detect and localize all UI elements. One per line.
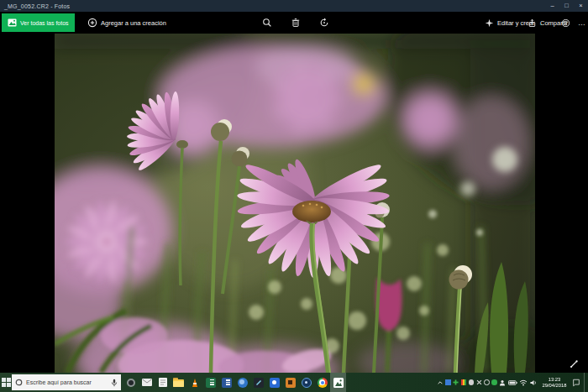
share-icon xyxy=(528,18,537,28)
microphone-icon[interactable] xyxy=(111,379,118,387)
photo-stage xyxy=(0,34,588,373)
taskbar-app-round-blue-icon[interactable] xyxy=(298,373,314,392)
view-all-photos-label: Ver todas las fotos xyxy=(20,20,69,26)
show-desktop-button[interactable] xyxy=(584,373,586,392)
tray-gray-circle-icon[interactable] xyxy=(469,379,475,385)
add-to-creation-label: Agregar a una creación xyxy=(101,19,166,27)
edit-sparkle-icon xyxy=(485,18,494,28)
network-wifi-icon[interactable] xyxy=(519,379,528,386)
screen: _MG_0052.CR2 - Fotos – □ × Ver todas las… xyxy=(0,0,588,392)
close-button[interactable]: × xyxy=(574,0,588,12)
zoom-button[interactable] xyxy=(262,12,272,34)
delete-button[interactable] xyxy=(291,12,301,34)
cortana-ring-icon xyxy=(15,379,23,386)
tray-multicolor-app-icon[interactable] xyxy=(461,379,467,385)
taskbar-app-photos-icon[interactable] xyxy=(330,373,346,392)
taskbar-app-orange-square-icon[interactable] xyxy=(282,373,298,392)
taskbar-search-input[interactable] xyxy=(26,379,108,385)
taskbar-app-dark-square-icon[interactable] xyxy=(250,373,266,392)
rotate-button[interactable] xyxy=(319,12,329,34)
start-button[interactable] xyxy=(0,373,13,392)
magnifier-icon xyxy=(262,18,272,28)
system-tray: 13:23 29/04/2018 xyxy=(437,373,588,392)
volume-icon[interactable] xyxy=(530,379,538,386)
photo-image[interactable] xyxy=(55,34,535,373)
print-button[interactable] xyxy=(561,12,570,34)
taskbar-clock[interactable]: 13:23 29/04/2018 xyxy=(539,377,570,389)
windows-logo-icon xyxy=(2,378,11,387)
battery-icon[interactable] xyxy=(508,379,517,386)
window-title: _MG_0052.CR2 - Fotos xyxy=(0,3,545,9)
taskbar-app-excel-icon[interactable] xyxy=(202,373,218,392)
tray-green-plus-icon[interactable] xyxy=(453,379,459,385)
taskbar-search[interactable] xyxy=(12,374,121,390)
clock-time: 13:23 xyxy=(539,377,570,383)
print-icon xyxy=(561,18,570,28)
maximize-button[interactable]: □ xyxy=(559,0,574,12)
taskbar-app-mail-icon[interactable] xyxy=(139,373,155,392)
tray-x-app-icon[interactable] xyxy=(476,379,482,385)
ellipsis-icon: … xyxy=(578,18,586,27)
add-to-creation-button[interactable]: Agregar a una creación xyxy=(87,12,166,34)
titlebar: _MG_0052.CR2 - Fotos – □ × xyxy=(0,0,588,12)
tray-person-icon[interactable] xyxy=(499,379,506,386)
tray-white-circle-icon[interactable] xyxy=(484,379,490,385)
taskbar: 13:23 29/04/2018 xyxy=(0,373,588,392)
clock-date: 29/04/2018 xyxy=(539,383,570,389)
rotate-icon xyxy=(319,18,329,28)
view-all-photos-button[interactable]: Ver todas las fotos xyxy=(2,13,75,32)
trash-icon xyxy=(291,18,301,28)
taskbar-app-lens-circle-icon[interactable] xyxy=(123,373,139,392)
taskbar-app-blue-circle-icon[interactable] xyxy=(234,373,250,392)
action-center-icon[interactable] xyxy=(572,379,580,387)
taskbar-apps xyxy=(123,373,346,392)
tray-green-circle-icon[interactable] xyxy=(491,379,497,385)
add-to-creation-icon xyxy=(87,18,97,28)
taskbar-app-chrome-icon[interactable] xyxy=(314,373,330,392)
see-more-button[interactable]: … xyxy=(578,12,586,34)
app-toolbar: Ver todas las fotos Agregar a una creaci… xyxy=(0,12,588,34)
mouse-cursor xyxy=(570,359,579,368)
taskbar-app-file-explorer-icon[interactable] xyxy=(171,373,186,392)
taskbar-app-vlc-icon[interactable] xyxy=(186,373,202,392)
taskbar-app-word-icon[interactable] xyxy=(218,373,234,392)
minimize-button[interactable]: – xyxy=(545,0,559,12)
tray-blue-app-icon[interactable] xyxy=(445,379,451,385)
hidden-icons-chevron-icon[interactable] xyxy=(437,379,444,386)
photo-grid-icon xyxy=(8,18,17,27)
taskbar-app-blue-square-icon[interactable] xyxy=(266,373,282,392)
taskbar-app-notes-icon[interactable] xyxy=(155,373,171,392)
